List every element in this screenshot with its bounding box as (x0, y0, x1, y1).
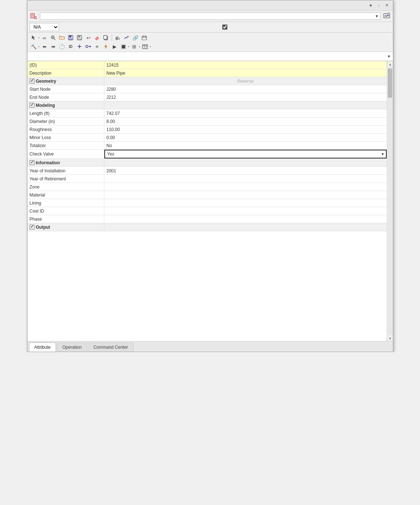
table-row: Information (27, 159, 387, 167)
geometry-checkbox-icon (30, 79, 34, 83)
refresh-area (222, 25, 229, 30)
properties-container: (ID)12415DescriptionNew PipeGeometryReve… (27, 61, 393, 341)
copy-button[interactable] (102, 34, 110, 42)
refresh-checkbox[interactable] (222, 25, 227, 30)
element-header-chevron[interactable]: ▾ (388, 54, 390, 59)
scenario-map-icon[interactable] (383, 12, 391, 20)
back-button[interactable]: ⬅ (40, 42, 48, 50)
add-button[interactable] (75, 42, 83, 50)
hammer-button[interactable]: 🔨 (30, 42, 38, 50)
check-valve-chevron-icon: ▾ (382, 152, 384, 157)
run-button[interactable] (102, 42, 110, 50)
svg-rect-23 (142, 36, 146, 40)
svg-rect-17 (78, 38, 81, 40)
history-button[interactable]: 🕐 (58, 42, 66, 50)
scroll-up-arrow[interactable]: ▴ (387, 61, 393, 67)
open-folder-button[interactable] (58, 34, 66, 42)
dot-4: • (139, 45, 141, 49)
table-row: TotalizerNo (27, 142, 387, 150)
section-checkbox-icon (30, 225, 34, 229)
svg-rect-21 (117, 36, 118, 40)
tool-dot: • (38, 36, 40, 40)
play-button[interactable]: ▶ (111, 42, 119, 50)
table-row: Output (27, 223, 387, 231)
table-row: Modeling (27, 101, 387, 109)
properties-table: (ID)12415DescriptionNew PipeGeometryReve… (27, 61, 387, 341)
table-row: End NodeJ212 (27, 93, 387, 101)
eraser-button[interactable] (93, 34, 101, 42)
toolbar: • ∞ ↩ (27, 33, 393, 52)
chain-link-button[interactable]: 🔗 (131, 34, 140, 42)
scroll-thumb[interactable] (388, 68, 392, 98)
svg-marker-32 (104, 44, 107, 49)
table-button[interactable] (141, 42, 149, 50)
table-row: Roughness110.00 (27, 126, 387, 134)
properties-button[interactable]: ≡ (93, 42, 101, 50)
table-row: Diameter (in)8.00 (27, 117, 387, 126)
scroll-track[interactable] (387, 67, 393, 335)
pipe-button[interactable] (84, 42, 92, 50)
selection-button[interactable]: 🔳 (119, 42, 127, 50)
table-row: Year of Retirement (27, 175, 387, 183)
svg-marker-31 (90, 45, 91, 48)
pin-button[interactable]: ▼ (367, 3, 374, 8)
tab-attribute[interactable]: Attribute (29, 343, 56, 352)
grid-button[interactable]: ⊞ (130, 42, 138, 50)
table-row: Length (ft)742.07 (27, 109, 387, 117)
svg-rect-16 (78, 35, 80, 37)
table-row: GeometryReverse (27, 77, 387, 85)
nav-right-arrow[interactable] (388, 26, 391, 28)
tab-operation[interactable]: Operation (57, 343, 87, 352)
toolbar-separator-1 (112, 34, 112, 41)
close-button[interactable]: ✕ (384, 3, 390, 8)
table-row: Zone (27, 183, 387, 191)
table-row: Check ValveYes▾ (27, 150, 387, 159)
table-row: Cost ID (27, 207, 387, 215)
title-bar: ▼ ↑ ✕ (27, 0, 393, 11)
element-header: ▾ (27, 52, 393, 61)
line-chart-button[interactable] (123, 34, 131, 42)
zoom-button[interactable] (49, 34, 57, 42)
svg-rect-22 (119, 38, 120, 40)
undo-button[interactable]: ↩ (84, 34, 92, 42)
dot-3: • (128, 45, 130, 49)
save-new-button[interactable] (67, 34, 75, 42)
toolbar-row-2: 🔨 • ⬅ ➡ 🕐 ID ≡ ▶ (30, 42, 391, 50)
tool-dot-2: • (38, 45, 40, 49)
table-row: Lining (27, 199, 387, 207)
table-row: Year of Installation2001 (27, 167, 387, 175)
title-controls: ▼ ↑ ✕ (367, 3, 390, 8)
bottom-tabs: AttributeOperationCommand Center (27, 341, 393, 352)
scenario-manager-button[interactable] (140, 34, 148, 42)
section-checkbox-icon (30, 160, 34, 165)
scrollbar[interactable]: ▴ ▾ (387, 61, 393, 341)
scenario-chevron-icon: ▾ (376, 14, 378, 19)
link-tool-button[interactable]: ∞ (40, 34, 48, 42)
cursor-tool-button[interactable] (30, 34, 38, 42)
table-row: Start NodeJ280 (27, 85, 387, 93)
svg-rect-19 (104, 35, 107, 39)
svg-rect-13 (69, 35, 71, 37)
filter-bar: N/A (27, 22, 393, 33)
svg-rect-7 (388, 13, 390, 15)
table-row: DescriptionNew Pipe (27, 69, 387, 77)
tab-command-center[interactable]: Command Center (88, 343, 134, 352)
nav-left-arrow[interactable] (60, 26, 63, 28)
table-row: Phase (27, 215, 387, 223)
forward-button[interactable]: ➡ (49, 42, 57, 50)
save-button[interactable] (75, 34, 83, 42)
scroll-down-arrow[interactable]: ▾ (387, 335, 393, 341)
geometry-label: Geometry (36, 79, 56, 84)
id-button[interactable]: ID (67, 42, 75, 50)
dot-5: • (150, 45, 151, 49)
bar-chart-button[interactable] (114, 34, 122, 42)
float-button[interactable]: ↑ (376, 3, 382, 8)
svg-line-5 (36, 19, 37, 19)
filter-select[interactable]: N/A (30, 23, 59, 31)
section-label: Output (36, 225, 50, 230)
scenario-dropdown[interactable]: ▾ (40, 12, 380, 20)
section-label: Information (36, 160, 60, 165)
model-explorer-window: ▼ ↑ ✕ ▾ (27, 0, 393, 352)
svg-line-9 (54, 38, 55, 40)
scenario-search-icon (30, 12, 38, 20)
